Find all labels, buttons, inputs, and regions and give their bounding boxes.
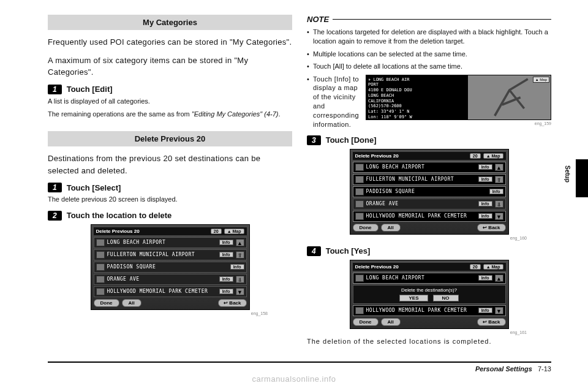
mycat-fine1: A list is displayed of all categories. xyxy=(48,97,292,106)
note-heading: NOTE xyxy=(307,15,551,24)
note-text: Touch [Info] to display a map of the vic… xyxy=(313,75,361,129)
info-button[interactable]: Info xyxy=(230,264,244,270)
heading-my-categories: My Categories xyxy=(48,15,292,30)
delprev-p1: Destinations from the previous 20 set de… xyxy=(48,153,292,176)
list-item[interactable]: HOLLYWOOD MEMORIAL PARK CEMETER xyxy=(107,289,217,294)
page-footer: Personal Settings 7-13 xyxy=(48,361,551,373)
list-item[interactable]: PADDISON SQUARE xyxy=(366,189,487,194)
mycat-p2: A maximum of six category items can be s… xyxy=(48,55,292,78)
scroll-down-icon[interactable]: ▼ xyxy=(236,288,244,295)
reference-link: "Editing My Categories" (4-7) xyxy=(192,110,279,118)
back-button[interactable]: ↩ Back xyxy=(477,224,505,232)
yes-button[interactable]: YES xyxy=(399,295,428,301)
step-label: Touch [Done] xyxy=(326,135,377,145)
map-button[interactable]: ▲ Map xyxy=(533,77,549,83)
step-number-icon: 1 xyxy=(48,183,62,192)
note-label: NOTE xyxy=(307,15,329,24)
list-item[interactable]: FULLERTON MUNICIPAL AIRPORT xyxy=(366,176,476,182)
poi-icon xyxy=(355,200,364,208)
count-badge: 20 xyxy=(470,264,481,270)
confirm-dialog: Delete the destination(s)? YES NO xyxy=(353,285,506,304)
info-button[interactable]: Info xyxy=(219,252,233,257)
step-label: Touch [Edit] xyxy=(67,85,113,94)
text-fragment: The remaining operations are the same as… xyxy=(48,110,192,118)
back-button[interactable]: ↩ Back xyxy=(218,299,246,307)
info-button[interactable]: Info xyxy=(478,275,492,281)
list-item[interactable]: ORANGE AVE xyxy=(366,201,476,206)
mycat-fine2: The remaining operations are the same as… xyxy=(48,110,292,119)
all-button[interactable]: All xyxy=(122,299,141,307)
list-item[interactable]: HOLLYWOOD MEMORIAL PARK CEMETER xyxy=(366,213,476,219)
info-button[interactable]: Info xyxy=(489,189,503,194)
scroll-down-icon[interactable]: ⥥ xyxy=(236,276,244,283)
side-tab-label: Setup xyxy=(564,165,571,183)
figure-caption: eng_158 xyxy=(48,311,268,316)
poi-icon xyxy=(355,164,364,171)
map-button[interactable]: ▲ Map xyxy=(483,264,503,270)
mini-map-graphic: ▲ Map xyxy=(468,75,551,119)
location-details: ✈ LONG BEACH AIR PORT 4100 E DONALD DOU … xyxy=(366,75,468,119)
all-button[interactable]: All xyxy=(381,318,401,326)
list-item[interactable]: LONG BEACH AIRPORT xyxy=(366,164,476,170)
note-item: Touch [All] to delete all locations at t… xyxy=(307,62,551,71)
screenshot-delete-previous-confirm: Delete Previous 20 20 ▲ Map LONG BEACH A… xyxy=(350,260,509,329)
footer-page: 7-13 xyxy=(538,365,551,373)
list-item[interactable]: LONG BEACH AIRPORT xyxy=(107,240,217,245)
poi-icon xyxy=(355,188,364,195)
poi-icon xyxy=(355,213,364,220)
step-number-icon: 1 xyxy=(48,85,62,94)
heading-delete-previous: Delete Previous 20 xyxy=(48,131,292,146)
scroll-down-icon[interactable]: ⥥ xyxy=(495,200,503,208)
page-content: My Categories Frequently used POI catego… xyxy=(0,0,588,361)
poi-icon xyxy=(96,263,105,271)
info-button[interactable]: Info xyxy=(219,276,233,282)
info-button[interactable]: Info xyxy=(478,164,492,170)
list-item[interactable]: ORANGE AVE xyxy=(107,276,217,282)
all-button[interactable]: All xyxy=(381,224,401,232)
step-number-icon: 2 xyxy=(48,211,62,221)
poi-icon xyxy=(96,288,105,295)
step-label: Touch [Select] xyxy=(67,183,121,192)
delprev-step1: 1 Touch [Select] xyxy=(48,183,292,192)
list-item[interactable]: PADDISON SQUARE xyxy=(107,264,228,270)
screen-title: Delete Previous 20 xyxy=(355,264,399,270)
list-item[interactable]: FULLERTON MUNICIPAL AIRPORT xyxy=(107,252,217,257)
info-button[interactable]: Info xyxy=(478,213,492,219)
screenshot-info-map: ✈ LONG BEACH AIR PORT 4100 E DONALD DOU … xyxy=(366,75,551,127)
back-button[interactable]: ↩ Back xyxy=(477,318,505,326)
delprev-fine1: The delete previous 20 screen is display… xyxy=(48,195,292,204)
poi-icon xyxy=(355,274,364,282)
closing-text: The deletion of the selected locations i… xyxy=(307,337,551,346)
map-button[interactable]: ▲ Map xyxy=(224,229,244,234)
mycat-p1: Frequently used POI categories can be st… xyxy=(48,36,292,48)
info-button[interactable]: Info xyxy=(219,240,233,245)
scroll-up-icon[interactable]: ▲ xyxy=(236,239,244,246)
done-button[interactable]: Done xyxy=(353,224,379,232)
poi-icon xyxy=(355,176,364,183)
scroll-down-icon[interactable]: ▼ xyxy=(495,307,503,314)
info-button[interactable]: Info xyxy=(478,308,492,313)
map-button[interactable]: ▲ Map xyxy=(483,153,503,159)
count-badge: 20 xyxy=(470,153,481,159)
screen-title: Delete Previous 20 xyxy=(96,229,140,234)
scroll-up-icon[interactable]: ▲ xyxy=(495,164,503,171)
scroll-up-icon[interactable]: ⥣ xyxy=(495,176,503,183)
no-button[interactable]: NO xyxy=(433,295,459,301)
text-fragment: . xyxy=(278,110,280,118)
list-item[interactable]: HOLLYWOOD MEMORIAL PARK CEMETER xyxy=(366,308,476,313)
info-button[interactable]: Info xyxy=(478,176,492,182)
info-button[interactable]: Info xyxy=(219,289,233,294)
step3: 3 Touch [Done] xyxy=(307,135,551,145)
done-button[interactable]: Done xyxy=(94,299,119,307)
scroll-up-icon[interactable]: ⥣ xyxy=(236,251,244,259)
list-item[interactable]: LONG BEACH AIRPORT xyxy=(366,275,476,281)
right-column: NOTE The locations targeted for deletion… xyxy=(307,15,551,361)
figure-caption: eng_161 xyxy=(307,330,527,335)
delprev-step2: 2 Touch the location to delete xyxy=(48,211,292,221)
info-button[interactable]: Info xyxy=(478,201,492,206)
note-item: Touch [Info] to display a map of the vic… xyxy=(307,75,551,129)
scroll-up-icon[interactable]: ▲ xyxy=(495,274,503,282)
scroll-down-icon[interactable]: ▼ xyxy=(495,213,503,220)
done-button[interactable]: Done xyxy=(353,318,379,326)
screenshot-delete-previous-select: Delete Previous 20 20 ▲ Map LONG BEACH A… xyxy=(91,224,250,310)
